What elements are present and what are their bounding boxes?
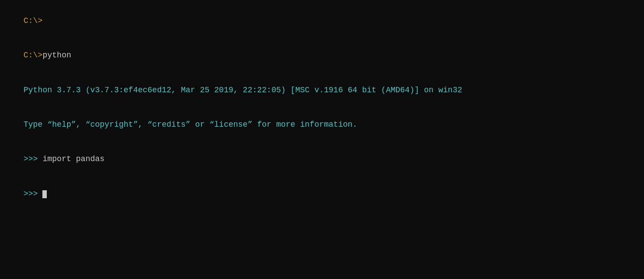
cursor	[42, 190, 47, 198]
cmd-python: python	[42, 51, 71, 60]
terminal-line-6: >>>	[4, 176, 640, 211]
prompt-3: >>>	[23, 155, 42, 163]
prompt-4: >>>	[23, 189, 42, 198]
type-info: Type “help”, “copyright”, “credits” or “…	[23, 120, 357, 129]
version-info: Python 3.7.3 (v3.7.3:ef4ec6ed12, Mar 25 …	[23, 86, 462, 94]
prompt-2: C:\>	[23, 51, 42, 60]
terminal-window[interactable]: C:\> C:\>python Python 3.7.3 (v3.7.3:ef4…	[0, 0, 644, 279]
terminal-line-4: Type “help”, “copyright”, “credits” or “…	[4, 107, 640, 142]
terminal-line-1: C:\>	[4, 4, 640, 38]
terminal-line-2: C:\>python	[4, 38, 640, 72]
cmd-import: import pandas	[42, 155, 104, 163]
terminal-line-5: >>> import pandas	[4, 142, 640, 176]
prompt-1: C:\>	[23, 16, 42, 25]
terminal-line-3: Python 3.7.3 (v3.7.3:ef4ec6ed12, Mar 25 …	[4, 73, 640, 107]
